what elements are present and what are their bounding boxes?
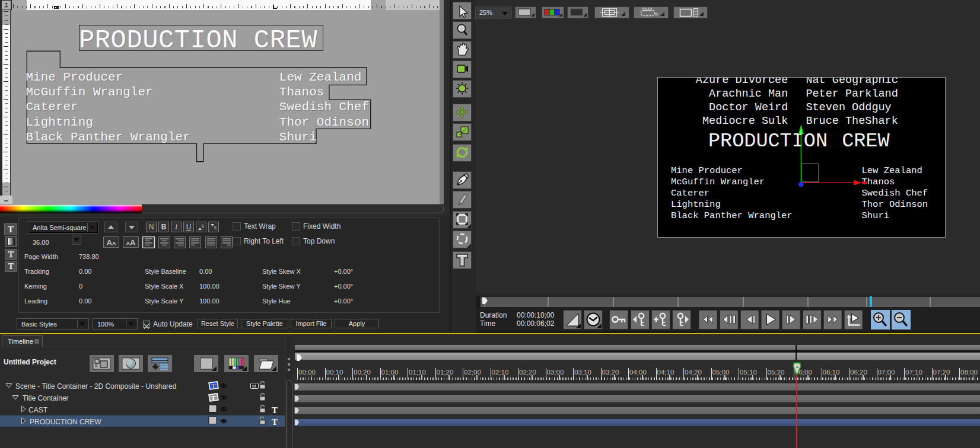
svg-text:M: M bbox=[252, 383, 256, 389]
svg-text:T: T bbox=[272, 405, 278, 415]
svg-text:T: T bbox=[211, 382, 216, 389]
svg-text:T: T bbox=[272, 417, 278, 427]
svg-text:T: T bbox=[211, 394, 216, 401]
